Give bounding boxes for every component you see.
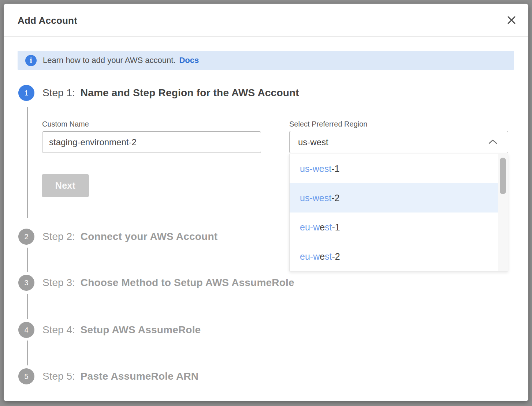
dropdown-scrollbar-thumb[interactable]: [500, 158, 506, 194]
modal-header: Add Account: [4, 4, 528, 37]
step-connector-1: [27, 107, 28, 218]
region-option-eu-west-2[interactable]: eu-west-2: [290, 242, 498, 271]
step-3-header: 3 Step 3: Choose Method to Setup AWS Ass…: [18, 275, 294, 291]
step-3-title: Choose Method to Setup AWS AssumeRole: [81, 277, 294, 289]
step-1-header: 1 Step 1: Name and Step Region for the A…: [18, 85, 299, 101]
modal-title: Add Account: [18, 4, 77, 37]
step-connector-4: [27, 341, 28, 365]
step-4-header: 4 Step 4: Setup AWS AssumeRole: [18, 322, 201, 338]
step-5-header: 5 Step 5: Paste AssumeRole ARN: [18, 368, 198, 384]
region-option-segment: -1: [332, 222, 340, 232]
close-icon: [507, 15, 516, 25]
region-option-segment: us-west: [300, 163, 331, 174]
step-1-title: Name and Step Region for the AWS Account: [81, 87, 299, 99]
region-label: Select Preferred Region: [289, 120, 367, 128]
region-option-list: us-west-1 us-west-2 eu-west-1 eu-west-2: [290, 154, 498, 271]
region-option-segment: -2: [331, 193, 339, 203]
step-2-badge: 2: [18, 229, 34, 245]
docs-link[interactable]: Docs: [179, 56, 199, 65]
region-option-segment: -1: [331, 163, 339, 174]
region-combobox[interactable]: [289, 131, 508, 153]
next-button[interactable]: Next: [42, 174, 89, 197]
region-option-segment: -2: [332, 251, 340, 262]
step-connector-3: [27, 294, 28, 319]
region-dropdown: us-west-1 us-west-2 eu-west-1 eu-west-2: [289, 154, 508, 271]
step-2-header: 2 Step 2: Connect your AWS Account: [18, 229, 217, 245]
region-option-us-west-1[interactable]: us-west-1: [290, 154, 498, 183]
region-option-eu-west-1[interactable]: eu-west-1: [290, 213, 498, 242]
region-option-segment: st: [325, 251, 332, 262]
region-input[interactable]: [290, 131, 473, 153]
custom-name-label: Custom Name: [42, 120, 89, 128]
add-account-modal: Add Account i Learn how to add your AWS …: [4, 4, 528, 401]
custom-name-input[interactable]: [42, 131, 261, 153]
step-5-prefix: Step 5:: [42, 371, 75, 382]
step-2-title: Connect your AWS Account: [81, 231, 218, 243]
step-4-title: Setup AWS AssumeRole: [81, 324, 201, 336]
step-5-badge: 5: [18, 368, 34, 384]
region-option-segment: e: [320, 251, 325, 262]
step-connector-2: [27, 248, 28, 272]
step-3-prefix: Step 3:: [42, 277, 75, 289]
banner-text: Learn how to add your AWS account.: [43, 56, 175, 65]
dropdown-scrollbar-track[interactable]: [498, 154, 508, 271]
step-4-badge: 4: [18, 322, 34, 338]
step-5-title: Paste AssumeRole ARN: [81, 371, 198, 382]
region-option-segment: st: [325, 222, 332, 232]
chevron-up-icon: [488, 139, 498, 145]
region-option-segment: us-west: [300, 193, 331, 203]
step-4-prefix: Step 4:: [42, 324, 75, 336]
info-icon: i: [25, 55, 37, 66]
region-option-segment: eu-w: [300, 222, 320, 232]
region-option-us-west-2[interactable]: us-west-2: [290, 183, 498, 213]
step-1-badge: 1: [18, 85, 34, 101]
step-1-prefix: Step 1:: [42, 87, 75, 99]
region-option-segment: e: [320, 222, 325, 232]
info-banner: i Learn how to add your AWS account. Doc…: [18, 51, 514, 70]
step-2-prefix: Step 2:: [42, 231, 75, 243]
region-option-segment: eu-w: [300, 251, 320, 262]
close-button[interactable]: [504, 13, 519, 27]
step-3-badge: 3: [18, 275, 34, 291]
